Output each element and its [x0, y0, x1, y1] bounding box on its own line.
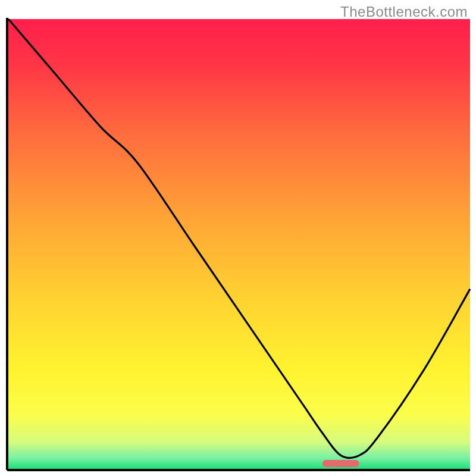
- optimal-zone-marker: [322, 460, 359, 467]
- watermark-text: TheBottleneck.com: [340, 4, 468, 20]
- chart-background: [8, 19, 470, 469]
- chart-frame: TheBottleneck.com: [0, 0, 476, 476]
- bottleneck-chart: [0, 0, 476, 476]
